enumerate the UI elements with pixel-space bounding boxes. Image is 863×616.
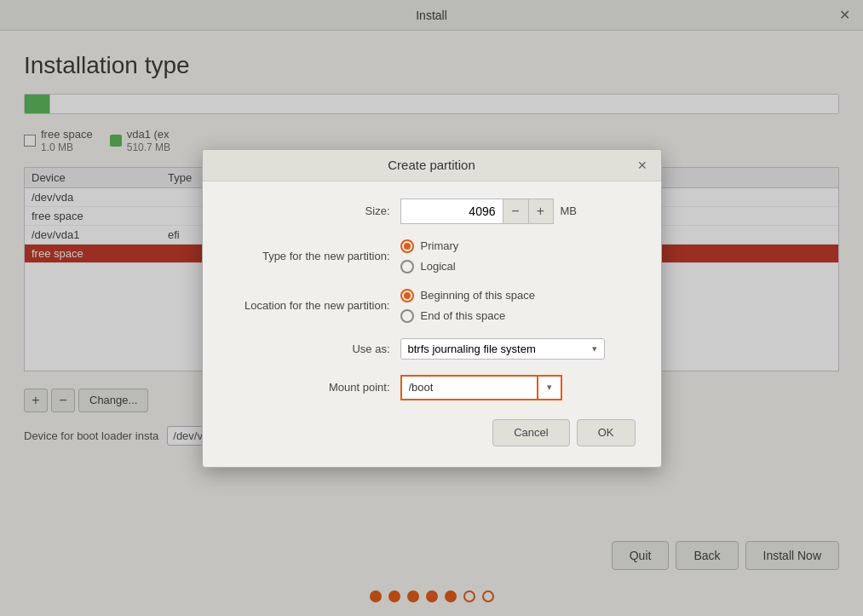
create-partition-dialog: Create partition ✕ Size: − + MB <box>202 149 662 468</box>
main-window: Install ✕ Installation type free space 1… <box>0 0 863 616</box>
end-radio-button[interactable] <box>400 309 414 323</box>
mount-point-input[interactable] <box>400 375 537 400</box>
logical-radio-button[interactable] <box>400 260 414 273</box>
size-row: Size: − + MB <box>228 199 636 224</box>
mount-point-row: Mount point: ▾ <box>228 375 636 400</box>
size-label: Size: <box>228 204 390 217</box>
mount-point-label: Mount point: <box>228 381 390 394</box>
use-as-row: Use as: btrfs journaling file system ▾ <box>228 338 636 360</box>
primary-radio-item[interactable]: Primary <box>400 239 459 253</box>
primary-radio-button[interactable] <box>400 239 414 253</box>
logical-radio-label: Logical <box>421 260 456 273</box>
size-controls: − + MB <box>400 199 578 224</box>
partition-location-row: Location for the new partition: Beginnin… <box>228 289 636 323</box>
dialog-cancel-button[interactable]: Cancel <box>492 419 569 446</box>
partition-type-label: Type for the new partition: <box>228 250 390 262</box>
partition-location-options: Beginning of this space End of this spac… <box>400 289 535 323</box>
partition-location-label: Location for the new partition: <box>228 299 390 312</box>
dialog-close-button[interactable]: ✕ <box>634 157 651 174</box>
primary-radio-label: Primary <box>421 239 459 252</box>
beginning-radio-button[interactable] <box>400 289 414 302</box>
beginning-radio-label: Beginning of this space <box>421 289 535 302</box>
end-radio-item[interactable]: End of this space <box>400 309 535 323</box>
size-increase-button[interactable]: + <box>528 199 554 224</box>
mount-point-dropdown-button[interactable]: ▾ <box>537 375 562 400</box>
dialog-overlay: Create partition ✕ Size: − + MB <box>0 0 863 616</box>
use-as-dropdown-arrow: ▾ <box>592 343 597 354</box>
size-decrease-button[interactable]: − <box>503 199 528 224</box>
use-as-value: btrfs journaling file system <box>408 343 536 355</box>
partition-type-options: Primary Logical <box>400 239 459 273</box>
partition-type-row: Type for the new partition: Primary Logi… <box>228 239 636 273</box>
dialog-title-bar: Create partition ✕ <box>203 150 661 181</box>
dialog-ok-button[interactable]: OK <box>577 419 636 446</box>
dialog-title: Create partition <box>230 158 634 172</box>
dialog-body: Size: − + MB Type for the new partition: <box>203 181 661 467</box>
use-as-label: Use as: <box>228 343 390 355</box>
end-radio-label: End of this space <box>421 309 506 322</box>
dialog-buttons: Cancel OK <box>228 419 636 446</box>
mount-point-controls: ▾ <box>400 375 562 400</box>
size-unit: MB <box>561 204 578 217</box>
logical-radio-item[interactable]: Logical <box>400 260 459 273</box>
size-input[interactable] <box>400 199 503 224</box>
use-as-select[interactable]: btrfs journaling file system ▾ <box>400 338 605 360</box>
beginning-radio-item[interactable]: Beginning of this space <box>400 289 535 302</box>
